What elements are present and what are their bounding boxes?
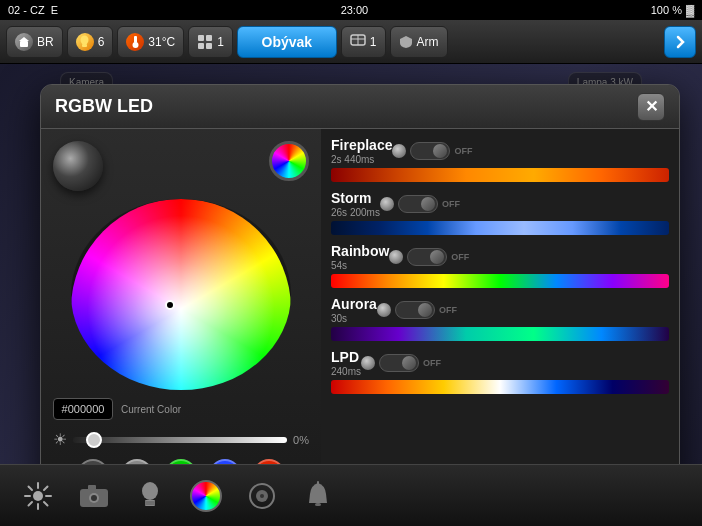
grid-button[interactable]: 1 — [188, 26, 233, 58]
color-wheel-icon[interactable] — [269, 141, 309, 181]
home-button[interactable]: BR — [6, 26, 63, 58]
home-icon — [15, 33, 33, 51]
effect-bar-aurora — [331, 327, 669, 341]
effect-storm: Storm 26s 200ms OFF — [331, 190, 669, 235]
toggle-aurora[interactable]: OFF — [377, 301, 457, 319]
toggle-label-rainbow: OFF — [451, 252, 469, 262]
svg-point-32 — [260, 494, 264, 498]
status-bar: 02 - CZ E 23:00 100 % ▓ — [0, 0, 702, 20]
light-button[interactable]: 6 — [67, 26, 114, 58]
nav-bar: BR 6 31°C 1 Obývak — [0, 20, 702, 64]
toggle-track-aurora[interactable] — [395, 301, 435, 319]
toggle-storm[interactable]: OFF — [380, 195, 460, 213]
sphere-row — [53, 141, 309, 191]
sun-icon — [23, 481, 53, 511]
temperature-value: 31°C — [148, 35, 175, 49]
effect-name-rainbow: Rainbow — [331, 243, 389, 259]
svg-rect-33 — [315, 503, 321, 506]
svg-rect-8 — [198, 43, 204, 49]
color-swatch: #000000 — [53, 398, 113, 420]
toggle-thumb-fireplace — [433, 144, 447, 158]
room-count1: 1 — [217, 35, 224, 49]
rgbw-dialog: RGBW LED ✕ #000000 — [40, 84, 680, 504]
effects-panel: Fireplace 2s 440ms OFF — [321, 129, 679, 503]
toggle-rainbow[interactable]: OFF — [389, 248, 469, 266]
effect-time-storm: 26s 200ms — [331, 207, 380, 218]
toggle-thumb-lpd — [402, 356, 416, 370]
current-room-button[interactable]: Obývak — [237, 26, 337, 58]
toggle-lpd[interactable]: OFF — [361, 354, 441, 372]
battery-text: 100 % — [651, 4, 682, 16]
svg-line-19 — [44, 502, 48, 506]
toggle-dot-rainbow — [389, 250, 403, 264]
temp-svg — [130, 35, 140, 48]
arm-button[interactable]: Arm — [390, 26, 448, 58]
color-wheel-container[interactable] — [71, 199, 291, 390]
chevron-right-icon — [673, 35, 687, 49]
toggle-fireplace[interactable]: OFF — [392, 142, 472, 160]
effect-bar-storm — [331, 221, 669, 235]
color-cursor — [165, 300, 175, 310]
close-button[interactable]: ✕ — [637, 93, 665, 121]
room-count2: 1 — [370, 35, 377, 49]
effect-name-lpd: LPD — [331, 349, 361, 365]
security-icon — [247, 481, 277, 511]
scene-button[interactable]: 1 — [341, 26, 386, 58]
dialog-body: #000000 Current Color ☀ 0% — [41, 129, 679, 503]
grid-icon — [197, 34, 213, 50]
svg-rect-3 — [82, 44, 87, 47]
effect-time-fireplace: 2s 440ms — [331, 154, 392, 165]
effect-bar-lpd — [331, 380, 669, 394]
bell-icon — [305, 481, 331, 511]
effect-rainbow: Rainbow 54s OFF — [331, 243, 669, 288]
toggle-dot-fireplace — [392, 144, 406, 158]
brightness-slider[interactable] — [73, 437, 287, 443]
toggle-dot-aurora — [377, 303, 391, 317]
toggle-track-lpd[interactable] — [379, 354, 419, 372]
effect-time-rainbow: 54s — [331, 260, 389, 271]
home-svg — [18, 36, 30, 48]
bottom-icon-security[interactable] — [244, 478, 280, 514]
current-color-row: #000000 Current Color — [53, 398, 309, 420]
effect-header-rainbow: Rainbow 54s OFF — [331, 243, 669, 271]
svg-line-20 — [44, 486, 48, 490]
room-label: Obývak — [262, 34, 313, 50]
svg-point-13 — [33, 491, 43, 501]
toggle-label-storm: OFF — [442, 199, 460, 209]
brightness-thumb — [86, 432, 102, 448]
status-right: 100 % ▓ — [651, 4, 694, 16]
effect-bar-fireplace — [331, 168, 669, 182]
toggle-track-storm[interactable] — [398, 195, 438, 213]
shield-icon — [399, 35, 413, 49]
light-count: 6 — [98, 35, 105, 49]
svg-point-2 — [81, 36, 89, 45]
bottom-icon-sun[interactable] — [20, 478, 56, 514]
svg-point-26 — [142, 482, 158, 500]
bottom-icon-bulb[interactable] — [132, 478, 168, 514]
color-wheel-bottom — [190, 480, 222, 512]
toggle-dot-storm — [380, 197, 394, 211]
color-hex-value: #000000 — [62, 403, 105, 415]
toggle-label-aurora: OFF — [439, 305, 457, 315]
color-sphere — [53, 141, 103, 191]
effect-name-fireplace: Fireplace — [331, 137, 392, 153]
color-wheel-panel: #000000 Current Color ☀ 0% — [41, 129, 321, 503]
svg-rect-6 — [198, 35, 204, 41]
toggle-label-fireplace: OFF — [454, 146, 472, 156]
svg-rect-4 — [134, 36, 137, 43]
brightness-percent: 0% — [293, 434, 309, 446]
color-wheel[interactable] — [71, 199, 291, 390]
toggle-track-fireplace[interactable] — [410, 142, 450, 160]
toggle-track-rainbow[interactable] — [407, 248, 447, 266]
bottom-icon-camera[interactable] — [76, 478, 112, 514]
effect-bar-rainbow — [331, 274, 669, 288]
back-button[interactable] — [664, 26, 696, 58]
svg-rect-27 — [145, 500, 155, 506]
scene-icon — [350, 34, 366, 50]
bottom-icon-bell[interactable] — [300, 478, 336, 514]
temp-button[interactable]: 31°C — [117, 26, 184, 58]
bulb-icon — [76, 33, 94, 51]
time-display: 23:00 — [341, 4, 369, 16]
bottom-icon-wheel[interactable] — [188, 478, 224, 514]
current-color-label: Current Color — [121, 404, 181, 415]
